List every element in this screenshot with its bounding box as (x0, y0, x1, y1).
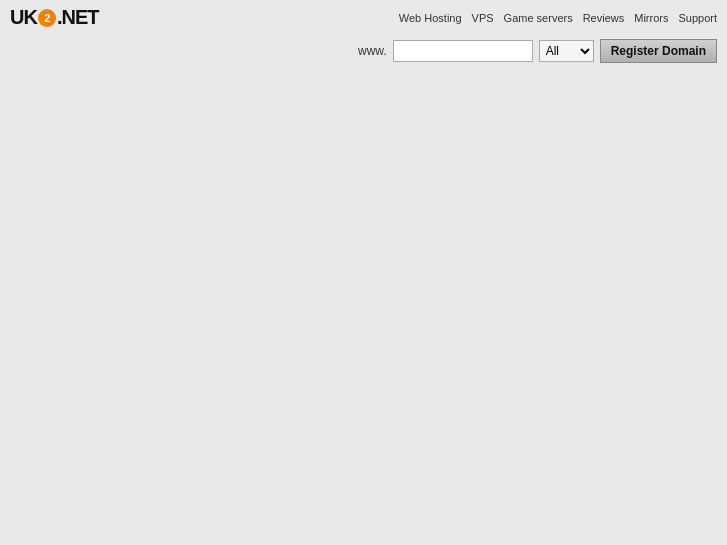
nav-vps[interactable]: VPS (472, 12, 494, 24)
domain-search-input[interactable] (393, 40, 533, 62)
logo: UK 2 .NET (10, 6, 98, 29)
main-nav: Web Hosting VPS Game servers Reviews Mir… (399, 12, 717, 24)
tld-select[interactable]: All .com .net .org .co.uk (539, 40, 594, 62)
logo-suffix: .NET (57, 6, 99, 29)
main-content (0, 69, 727, 534)
www-label: www. (358, 44, 387, 58)
nav-support[interactable]: Support (678, 12, 717, 24)
nav-game-servers[interactable]: Game servers (504, 12, 573, 24)
domain-search-bar: www. All .com .net .org .co.uk Register … (0, 33, 727, 69)
header: UK 2 .NET Web Hosting VPS Game servers R… (0, 0, 727, 33)
nav-reviews[interactable]: Reviews (583, 12, 625, 24)
logo-prefix: UK (10, 6, 37, 29)
register-domain-button[interactable]: Register Domain (600, 39, 717, 63)
logo-number: 2 (38, 9, 56, 27)
nav-mirrors[interactable]: Mirrors (634, 12, 668, 24)
nav-web-hosting[interactable]: Web Hosting (399, 12, 462, 24)
